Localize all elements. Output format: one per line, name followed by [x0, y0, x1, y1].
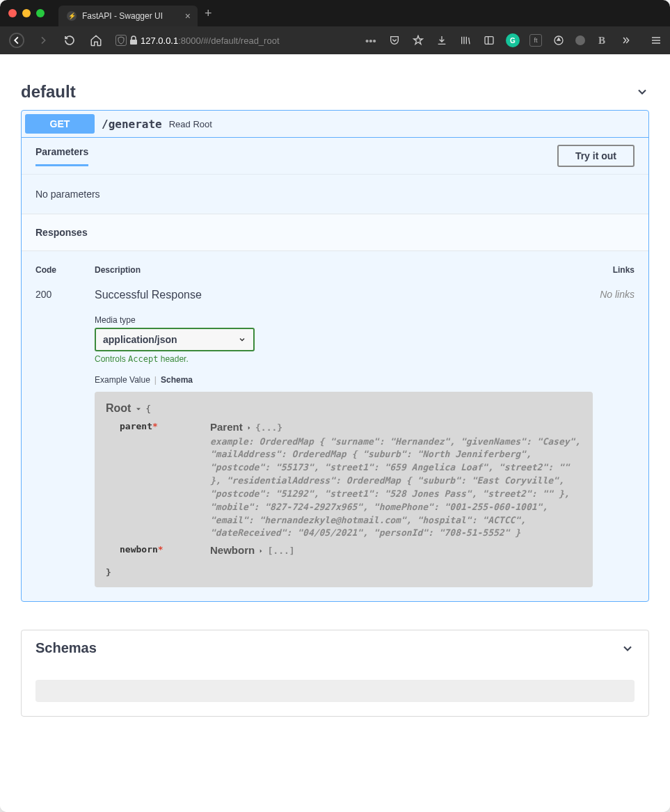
schemas-body [22, 666, 648, 716]
chevron-down-icon [134, 405, 143, 413]
media-type-label: Media type [95, 315, 593, 325]
chevron-down-icon [621, 642, 635, 655]
extension-icon-3[interactable] [575, 35, 585, 45]
operation-path: /generate [102, 118, 162, 131]
overflow-icon[interactable] [619, 33, 632, 47]
tab-example-value[interactable]: Example Value [95, 375, 150, 385]
minimize-window-button[interactable] [22, 9, 31, 17]
schemas-header[interactable]: Schemas [22, 630, 648, 666]
response-links: No links [593, 289, 635, 587]
chevron-down-icon [238, 335, 246, 344]
media-type-select[interactable]: application/json [95, 328, 255, 351]
tab-schema[interactable]: Schema [161, 375, 193, 385]
schemas-title: Schemas [35, 640, 97, 656]
prop-name-parent: parent* [106, 420, 210, 540]
url-bar[interactable]: 127.0.0.1:8000/#/default/read_root [113, 35, 282, 46]
response-description: Successful Response Media type applicati… [95, 289, 593, 587]
chevron-right-icon [257, 548, 264, 555]
schema-model: Root { parent* [95, 392, 593, 587]
response-row: 200 Successful Response Media type appli… [35, 282, 635, 587]
extension-icon-2[interactable] [552, 33, 566, 47]
forward-button[interactable] [33, 31, 53, 50]
response-desc-text: Successful Response [95, 289, 593, 301]
http-method-badge: GET [25, 114, 95, 134]
maximize-window-button[interactable] [36, 9, 45, 17]
schemas-section: Schemas [21, 630, 649, 717]
operation-body: Parameters Try it out No parameters Resp… [22, 137, 648, 601]
response-code: 200 [35, 289, 95, 587]
col-description: Description [95, 265, 593, 275]
media-type-hint: Controls Accept header. [95, 354, 593, 364]
svg-point-0 [10, 33, 24, 47]
lock-icon [129, 35, 138, 45]
extension-icon-1[interactable]: ft [529, 34, 542, 47]
prop-example-parent: example: OrderedMap { "surname": "Hernan… [210, 436, 582, 541]
new-tab-button[interactable]: + [205, 6, 212, 21]
close-tab-icon[interactable]: × [185, 10, 191, 22]
extension-icon-4[interactable]: B [595, 33, 609, 47]
tag-title: default [21, 82, 76, 102]
prop-type-parent[interactable]: Parent {...} [210, 420, 582, 436]
media-type-value: application/json [103, 334, 177, 345]
col-code: Code [35, 265, 95, 275]
no-parameters-text: No parameters [22, 174, 648, 214]
schema-root[interactable]: Root { [106, 400, 582, 417]
schema-item[interactable] [35, 680, 635, 702]
responses-columns: Code Description Links [35, 251, 635, 282]
more-icon[interactable]: ••• [364, 33, 378, 47]
browser-toolbar: 127.0.0.1:8000/#/default/read_root ••• G… [0, 26, 670, 54]
browser-tab[interactable]: ⚡ FastAPI - Swagger UI × [58, 6, 198, 26]
traffic-lights [8, 9, 45, 17]
prop-name-newborn: newborn* [106, 543, 210, 559]
tab-favicon-icon: ⚡ [67, 11, 77, 21]
url-text: 127.0.0.1:8000/#/default/read_root [141, 35, 280, 46]
back-button[interactable] [7, 31, 26, 50]
swagger-content: default GET /generate Read Root Paramete… [0, 54, 670, 812]
operation-block: GET /generate Read Root Parameters Try i… [21, 110, 649, 602]
responses-table: Code Description Links 200 Successful Re… [22, 251, 648, 601]
grammarly-icon[interactable]: G [506, 33, 520, 47]
col-links: Links [593, 265, 635, 275]
sidebar-icon[interactable] [482, 33, 496, 47]
schema-property-newborn: newborn* Newborn [...] [106, 543, 582, 559]
tag-header[interactable]: default [21, 68, 649, 102]
titlebar: ⚡ FastAPI - Swagger UI × + [0, 0, 670, 26]
svg-rect-2 [485, 37, 493, 45]
try-it-out-button[interactable]: Try it out [557, 145, 635, 167]
download-icon[interactable] [435, 33, 449, 47]
schema-close-brace: } [106, 566, 582, 580]
library-icon[interactable] [458, 33, 472, 47]
chevron-right-icon [246, 424, 253, 431]
svg-rect-1 [130, 40, 137, 45]
operation-summary[interactable]: GET /generate Read Root [22, 111, 648, 137]
operation-summary-text: Read Root [169, 119, 212, 129]
responses-heading: Responses [22, 214, 648, 251]
pocket-icon[interactable] [388, 33, 401, 47]
toolbar-icons: ••• G ft B [364, 33, 663, 47]
shield-icon [115, 35, 127, 46]
parameters-header: Parameters Try it out [22, 138, 648, 174]
prop-type-newborn[interactable]: Newborn [...] [210, 543, 582, 559]
home-button[interactable] [86, 31, 106, 50]
hamburger-menu-icon[interactable] [649, 33, 663, 47]
schema-property-parent: parent* Parent {...} [106, 420, 582, 540]
reload-button[interactable] [60, 31, 79, 50]
chevron-down-icon [635, 85, 649, 99]
parameters-title: Parameters [35, 146, 88, 166]
close-window-button[interactable] [8, 9, 17, 17]
star-icon[interactable] [411, 33, 425, 47]
example-schema-tabs: Example Value | Schema [95, 375, 593, 385]
browser-window: ⚡ FastAPI - Swagger UI × + 127.0.0. [0, 0, 670, 812]
tab-title: FastAPI - Swagger UI [82, 11, 163, 21]
